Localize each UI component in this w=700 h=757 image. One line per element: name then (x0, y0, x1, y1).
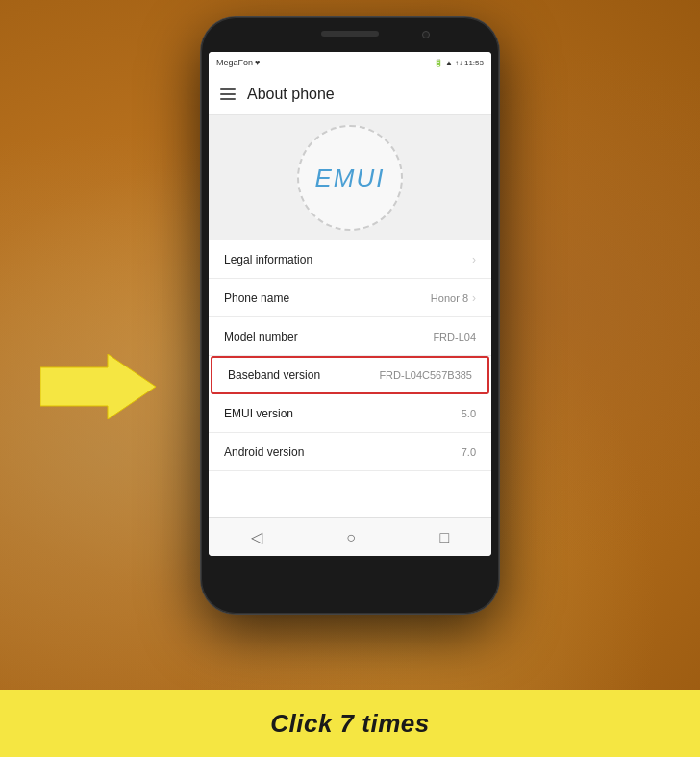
android-version-label: Android version (224, 445, 304, 459)
emui-version-item[interactable]: EMUI version 5.0 (209, 394, 491, 433)
legal-information-label: Legal information (224, 253, 312, 266)
caption-bar: Click 7 times (0, 690, 700, 757)
legal-information-item[interactable]: Legal information › (209, 240, 491, 279)
android-version-value: 7.0 (462, 446, 476, 458)
phone-name-value: Honor 8 › (431, 291, 476, 305)
chevron-icon: › (472, 291, 476, 305)
time-display: 11:53 (464, 59, 484, 67)
android-version-item[interactable]: Android version 7.0 (209, 433, 491, 471)
emui-logo-area: EMUI (209, 115, 491, 240)
phone-speaker (321, 31, 379, 37)
phone-name-label: Phone name (224, 291, 289, 305)
header-bar: About phone (209, 73, 491, 115)
settings-list: Legal information › Phone name Honor 8 ›… (209, 240, 491, 517)
svg-marker-0 (40, 354, 156, 419)
emui-logo-text: EMUI (315, 164, 386, 193)
nav-bar: ◁ ○ □ (209, 517, 491, 556)
carrier-name: MegaFon (216, 58, 253, 67)
status-bar: MegaFon ♥ 🔋 ▲ ↑↓ 11:53 (209, 52, 491, 73)
home-button[interactable]: ○ (346, 529, 356, 546)
heart-icon: ♥ (255, 58, 260, 67)
page-title: About phone (247, 86, 335, 103)
model-number-label: Model number (224, 330, 298, 343)
model-number-item[interactable]: Model number FRD-L04 (209, 317, 491, 356)
phone-screen: MegaFon ♥ 🔋 ▲ ↑↓ 11:53 About phone (209, 52, 491, 556)
signal-bars: ↑↓ (455, 59, 462, 67)
recents-button[interactable]: □ (440, 529, 450, 546)
phone: MegaFon ♥ 🔋 ▲ ↑↓ 11:53 About phone (201, 17, 499, 614)
yellow-arrow-svg (40, 354, 156, 419)
model-number-value: FRD-L04 (433, 331, 476, 342)
phone-camera (422, 31, 430, 38)
emui-version-value: 5.0 (462, 408, 476, 419)
wifi-icon: ▲ (445, 59, 453, 67)
caption-text: Click 7 times (270, 709, 429, 739)
chevron-icon: › (472, 253, 476, 266)
baseband-version-value: FRD-L04C567B385 (379, 369, 472, 381)
battery-icon: 🔋 (434, 59, 443, 67)
status-right: 🔋 ▲ ↑↓ 11:53 (434, 59, 484, 67)
status-left: MegaFon ♥ (216, 58, 260, 67)
phone-name-item[interactable]: Phone name Honor 8 › (209, 279, 491, 317)
phone-body: MegaFon ♥ 🔋 ▲ ↑↓ 11:53 About phone (201, 17, 499, 614)
arrow-container (40, 354, 156, 419)
legal-information-value: › (472, 253, 476, 266)
baseband-version-item[interactable]: Baseband version FRD-L04C567B385 (211, 356, 489, 394)
emui-circle: EMUI (297, 125, 403, 231)
back-button[interactable]: ◁ (251, 528, 262, 546)
emui-version-label: EMUI version (224, 407, 293, 420)
baseband-version-label: Baseband version (228, 368, 320, 382)
hamburger-icon[interactable] (220, 88, 236, 100)
